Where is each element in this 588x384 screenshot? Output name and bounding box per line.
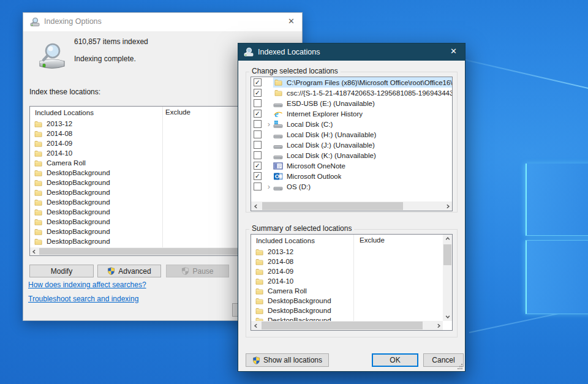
close-icon[interactable]: ✕ [288, 17, 295, 26]
tree-item-label: Local Disk (K:) (Unavailable) [287, 152, 376, 159]
indexed-locations-dialog: Indexed Locations ✕ Change selected loca… [238, 43, 466, 372]
tree-item[interactable]: Local Disk (H:) (Unavailable) [251, 129, 452, 140]
scrollbar-thumb[interactable] [443, 244, 451, 265]
dialog-title: Indexing Options [44, 17, 102, 26]
summary-list[interactable]: Included Locations Exclude 2013-122014-0… [251, 234, 453, 331]
list-item-label: 2014-09 [268, 268, 293, 275]
location-tree-list[interactable]: ✓C:\Program Files (x86)\Microsoft Office… [251, 77, 453, 211]
folder-icon [34, 120, 42, 128]
resize-grip[interactable] [457, 363, 463, 369]
tree-item[interactable]: ›OS (D:) [251, 181, 452, 192]
tree-item[interactable]: Local Disk (J:) (Unavailable) [251, 140, 452, 150]
checked-checkbox[interactable]: ✓ [254, 78, 262, 86]
list-item[interactable]: 2014-10 [251, 276, 452, 286]
list-item-label: DesktopBackground [47, 228, 110, 235]
ok-button[interactable]: OK [372, 353, 418, 367]
uac-shield-disabled-icon [181, 267, 189, 275]
scroll-right-icon[interactable] [434, 321, 443, 330]
expander-icon[interactable]: › [265, 120, 273, 128]
tree-item-label: OS (D:) [287, 183, 311, 190]
list-item-label: 2014-10 [47, 149, 72, 157]
unchecked-checkbox[interactable] [254, 151, 262, 159]
scroll-right-icon[interactable] [443, 201, 452, 211]
outlook-icon: O [273, 171, 283, 181]
folder-icon [255, 307, 263, 315]
column-included-locations[interactable]: Included Locations [30, 109, 94, 116]
unchecked-checkbox[interactable] [254, 99, 262, 107]
tree-item[interactable]: ✓Microsoft OneNote [251, 160, 452, 171]
scroll-left-icon[interactable] [30, 247, 38, 255]
horizontal-scrollbar[interactable] [251, 321, 443, 330]
indexed-locations-icon [244, 47, 254, 57]
summary-label: Summary of selected locations [249, 224, 354, 233]
scrollbar-thumb[interactable] [262, 322, 423, 329]
tree-item-label: ESD-USB (E:) (Unavailable) [287, 100, 375, 107]
unchecked-checkbox[interactable] [254, 183, 262, 190]
list-item-label: DesktopBackground [47, 198, 110, 206]
cancel-label: Cancel [432, 356, 454, 364]
scrollbar-track[interactable] [260, 321, 434, 330]
expander-icon[interactable]: › [265, 183, 273, 190]
folder-icon [34, 130, 42, 138]
advanced-button[interactable]: Advanced [97, 265, 161, 277]
scroll-up-icon[interactable] [443, 235, 452, 243]
wallpaper-light-beam [463, 59, 588, 89]
list-item-label: DesktopBackground [47, 238, 110, 245]
horizontal-scrollbar[interactable] [251, 201, 452, 211]
scroll-down-icon[interactable] [443, 312, 452, 321]
indexing-options-icon [30, 17, 40, 27]
column-included-locations[interactable]: Included Locations [251, 237, 315, 244]
unchecked-checkbox[interactable] [254, 141, 262, 149]
column-exclude[interactable]: Exclude [360, 236, 385, 244]
tree-item[interactable]: ✓C:\Program Files (x86)\Microsoft Office… [251, 77, 452, 88]
checked-checkbox[interactable]: ✓ [254, 172, 262, 180]
list-item[interactable]: 2014-09 [251, 266, 452, 276]
list-item[interactable]: DesktopBackground [251, 296, 452, 306]
tree-item[interactable]: ›Local Disk (C:) [251, 119, 452, 129]
list-item[interactable]: Camera Roll [251, 286, 452, 296]
drive-icon [273, 140, 283, 150]
list-item[interactable]: 2014-08 [251, 257, 452, 266]
indexing-help-link[interactable]: How does indexing affect searches? [28, 280, 146, 289]
indexed-locations-titlebar[interactable]: Indexed Locations ✕ [238, 43, 465, 61]
desktop-wallpaper: Indexing Options ✕ 610,857 items indexed… [0, 0, 588, 384]
indexing-status-text: Indexing complete. [74, 55, 136, 63]
troubleshoot-link[interactable]: Troubleshoot search and indexing [28, 295, 138, 303]
folder-icon [255, 287, 263, 295]
folder-icon [34, 238, 42, 246]
scroll-left-icon[interactable] [251, 321, 260, 330]
unchecked-checkbox[interactable] [254, 130, 262, 138]
tree-item[interactable]: ✓OMicrosoft Outlook [251, 171, 452, 181]
scrollbar-thumb[interactable] [262, 202, 403, 210]
tree-item[interactable]: Local Disk (K:) (Unavailable) [251, 150, 452, 160]
indexing-options-titlebar[interactable]: Indexing Options ✕ [23, 13, 302, 31]
unchecked-checkbox[interactable] [254, 120, 262, 128]
checked-checkbox[interactable]: ✓ [254, 89, 262, 97]
list-header[interactable]: Included Locations Exclude [251, 235, 452, 247]
list-item-label: DesktopBackground [47, 189, 110, 196]
svg-text:O: O [275, 173, 279, 179]
vertical-scrollbar[interactable] [443, 235, 452, 321]
list-item-label: 2013-12 [268, 248, 293, 255]
list-item-label: 2013-12 [47, 120, 72, 127]
modify-button[interactable]: Modify [29, 265, 94, 277]
tree-item[interactable]: ✓eInternet Explorer History [251, 108, 452, 119]
pause-label: Pause [192, 267, 213, 276]
list-item[interactable]: DesktopBackground [251, 306, 452, 315]
scrollbar-track[interactable] [443, 243, 452, 312]
tree-item-label: Local Disk (C:) [287, 121, 333, 128]
close-icon[interactable]: ✕ [450, 47, 457, 56]
checked-checkbox[interactable]: ✓ [254, 162, 262, 170]
column-divider [162, 107, 163, 247]
column-exclude[interactable]: Exclude [165, 108, 190, 116]
scroll-left-icon[interactable] [251, 201, 260, 211]
folder-icon [255, 258, 263, 266]
tree-item[interactable]: ESD-USB (E:) (Unavailable) [251, 98, 452, 108]
show-all-locations-button[interactable]: Show all locations [246, 353, 329, 367]
onenote-icon [273, 161, 283, 171]
list-item[interactable]: 2013-12 [251, 247, 452, 257]
scrollbar-track[interactable] [260, 201, 443, 211]
tree-item[interactable]: ✓csc://{S-1-5-21-4187420653-1295681085-1… [251, 88, 452, 98]
checked-checkbox[interactable]: ✓ [254, 110, 262, 118]
list-item-label: DesktopBackground [47, 208, 110, 216]
